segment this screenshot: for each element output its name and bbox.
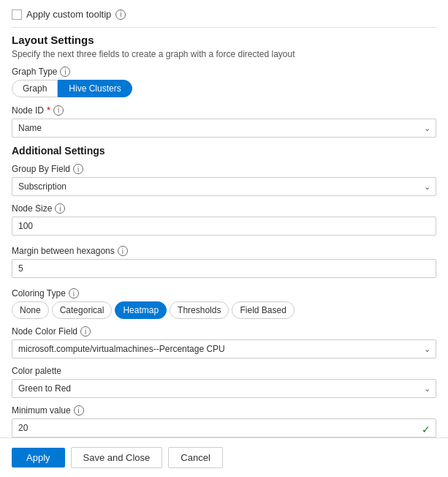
node-size-info-icon[interactable]: i [55,203,65,214]
min-value-check-icon: ✓ [422,424,430,435]
node-color-field-select-wrapper: microsoft.compute/virtualmachines--Perce… [12,339,436,358]
graph-type-hive-clusters-btn[interactable]: Hive Clusters [58,80,132,97]
graph-type-label: Graph Type [12,67,57,77]
graph-type-label-row: Graph Type i [12,67,436,77]
coloring-categorical-btn[interactable]: Categorical [52,301,113,319]
coloring-type-group: None Categorical Heatmap Thresholds Fiel… [12,301,436,319]
node-id-label-row: Node ID * i [12,105,436,116]
apply-button[interactable]: Apply [12,448,65,467]
coloring-heatmap-btn[interactable]: Heatmap [115,301,167,319]
additional-settings-title: Additional Settings [12,145,436,157]
min-value-label: Minimum value [12,405,71,416]
color-palette-select[interactable]: Green to Red [12,379,436,398]
node-id-required: * [47,105,50,116]
graph-type-info-icon[interactable]: i [60,67,70,77]
margin-label: Margin between hexagons [12,246,115,256]
save-close-button[interactable]: Save and Close [71,447,163,468]
group-by-label: Group By Field [12,164,70,174]
custom-tooltip-checkbox[interactable] [12,10,22,20]
node-color-field-label-row: Node Color Field i [12,326,436,337]
node-id-info-icon[interactable]: i [53,105,64,116]
node-color-field-select[interactable]: microsoft.compute/virtualmachines--Perce… [12,339,436,358]
node-color-field-info-icon[interactable]: i [80,326,91,337]
layout-settings-title: Layout Settings [12,34,436,46]
cancel-button[interactable]: Cancel [168,447,222,468]
graph-type-graph-btn[interactable]: Graph [12,80,58,97]
coloring-type-label-row: Coloring Type i [12,288,436,298]
custom-tooltip-label: Apply custom tooltip [26,9,111,20]
node-id-label: Node ID [12,105,44,116]
margin-info-icon[interactable]: i [118,246,128,256]
min-value-input[interactable] [12,418,436,437]
layout-settings-desc: Specify the next three fields to create … [12,49,436,59]
color-palette-select-wrapper: Green to Red ⌄ [12,379,436,398]
color-palette-label-row: Color palette [12,366,436,376]
node-id-select-wrapper: Name ⌄ [12,119,436,138]
group-by-select[interactable]: Subscription [12,177,436,196]
coloring-none-btn[interactable]: None [12,301,49,319]
group-by-select-wrapper: Subscription ⌄ [12,177,436,196]
layout-settings-section: Layout Settings Specify the next three f… [12,34,436,138]
node-size-label: Node Size [12,203,52,214]
graph-type-toggle-group: Graph Hive Clusters [12,80,436,97]
group-by-info-icon[interactable]: i [73,164,83,174]
coloring-type-label: Coloring Type [12,288,66,298]
min-value-info-icon[interactable]: i [74,405,84,416]
coloring-thresholds-btn[interactable]: Thresholds [170,301,229,319]
min-value-label-row: Minimum value i [12,405,436,416]
coloring-field-based-btn[interactable]: Field Based [232,301,294,319]
coloring-type-info-icon[interactable]: i [69,288,79,298]
footer-bar: Apply Save and Close Cancel [0,437,448,477]
node-size-label-row: Node Size i [12,203,436,214]
node-size-input[interactable] [12,217,436,236]
margin-input[interactable] [12,259,436,278]
color-palette-label: Color palette [12,366,61,376]
custom-tooltip-info-icon[interactable]: i [115,10,126,20]
group-by-label-row: Group By Field i [12,164,436,174]
node-color-field-label: Node Color Field [12,326,77,337]
additional-settings-section: Additional Settings Group By Field i Sub… [12,145,436,477]
divider-top [12,27,436,28]
margin-label-row: Margin between hexagons i [12,246,436,256]
node-id-select[interactable]: Name [12,119,436,138]
